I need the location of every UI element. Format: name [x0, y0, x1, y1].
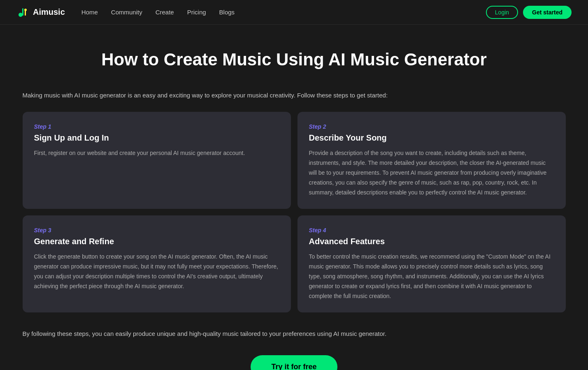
step-2-label: Step 2 — [309, 123, 554, 130]
step-3-title: Generate and Refine — [34, 237, 279, 246]
step-2-description: Provide a description of the song you wa… — [309, 148, 554, 197]
try-for-free-button[interactable]: Try it for free — [251, 355, 337, 370]
logo-link[interactable]: Aimusic — [16, 6, 65, 19]
step-1-description: First, register on our website and creat… — [34, 148, 279, 158]
nav-left: Aimusic Home Community Create Pricing Bl… — [16, 6, 235, 19]
step-card-1: Step 1 Sign Up and Log In First, registe… — [23, 112, 291, 209]
main-content: How to Create Music Using AI Music Gener… — [14, 25, 574, 370]
nav-right: Login Get started — [486, 6, 572, 19]
step-2-title: Describe Your Song — [309, 133, 554, 143]
nav-community[interactable]: Community — [111, 9, 142, 16]
step-4-description: To better control the music creation res… — [309, 252, 554, 301]
svg-rect-1 — [22, 8, 23, 16]
step-4-title: Advanced Features — [309, 237, 554, 246]
steps-grid: Step 1 Sign Up and Log In First, registe… — [23, 112, 566, 312]
brand-name: Aimusic — [33, 7, 65, 17]
nav-create[interactable]: Create — [156, 9, 174, 16]
step-card-2: Step 2 Describe Your Song Provide a desc… — [297, 112, 566, 209]
nav-blogs[interactable]: Blogs — [219, 9, 235, 16]
step-3-description: Click the generate button to create your… — [34, 252, 279, 291]
step-1-title: Sign Up and Log In — [34, 133, 279, 143]
nav-pricing[interactable]: Pricing — [187, 9, 206, 16]
get-started-button[interactable]: Get started — [523, 6, 572, 19]
step-3-label: Step 3 — [34, 227, 279, 234]
nav-home[interactable]: Home — [81, 9, 98, 16]
nav-links: Home Community Create Pricing Blogs — [81, 9, 235, 16]
cta-section: Try it for free Create the song of your … — [23, 355, 566, 370]
step-card-4: Step 4 Advanced Features To better contr… — [297, 215, 566, 312]
step-4-label: Step 4 — [309, 227, 554, 234]
page-title: How to Create Music Using AI Music Gener… — [23, 49, 566, 70]
conclusion-text: By following these steps, you can easily… — [23, 329, 566, 339]
logo-icon — [16, 6, 30, 19]
svg-point-3 — [24, 9, 27, 11]
svg-point-0 — [19, 13, 23, 17]
login-button[interactable]: Login — [486, 6, 518, 19]
step-1-label: Step 1 — [34, 123, 279, 130]
intro-text: Making music with AI music generator is … — [23, 90, 566, 100]
navbar: Aimusic Home Community Create Pricing Bl… — [0, 0, 588, 25]
step-card-3: Step 3 Generate and Refine Click the gen… — [23, 215, 291, 312]
